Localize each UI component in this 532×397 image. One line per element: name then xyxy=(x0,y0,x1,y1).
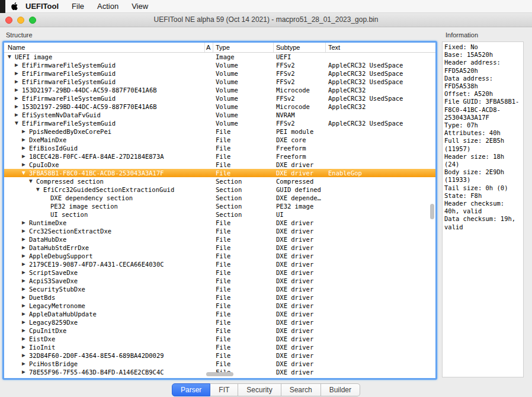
tree-row[interactable]: ▼UEFI imageImageUEFI xyxy=(4,53,435,61)
tree-row[interactable]: ▶DxeMainDxeFileDXE core xyxy=(4,136,435,144)
disclosure-triangle-icon[interactable]: ▶ xyxy=(22,277,29,285)
tree-row[interactable]: ▶18CEC42B-F0FC-4EFA-84AE-27D2184E873AFil… xyxy=(4,152,435,161)
tree-row[interactable]: ▶RuntimeDxeFileDXE driver xyxy=(4,219,435,227)
disclosure-triangle-icon[interactable]: ▶ xyxy=(15,86,22,94)
horizontal-scrollbar-thumb[interactable] xyxy=(206,372,233,376)
tree-row[interactable]: ▼EfiFirmwareFileSystemGuidVolumeFFSv2App… xyxy=(4,119,435,127)
disclosure-triangle-icon[interactable]: ▶ xyxy=(22,161,29,169)
column-header-type[interactable]: Type xyxy=(213,43,274,52)
disclosure-triangle-icon[interactable]: ▶ xyxy=(15,103,22,111)
tree-row[interactable]: ▶PciHostBridgeFileDXE driver xyxy=(4,360,435,368)
disclosure-triangle-icon[interactable]: ▶ xyxy=(22,244,29,252)
tree-row[interactable]: ▶153D2197-29BD-44DC-AC59-887F70E41A6BVol… xyxy=(4,103,435,111)
tab-security[interactable]: Security xyxy=(238,383,281,396)
disclosure-triangle-icon[interactable]: ▶ xyxy=(22,326,29,335)
disclosure-triangle-icon[interactable]: ▼ xyxy=(29,177,36,185)
menu-item-view[interactable]: View xyxy=(132,2,148,11)
disclosure-triangle-icon[interactable]: ▶ xyxy=(15,78,22,86)
tree-row[interactable]: ▶32D84F60-2D0F-4364-8E54-689BA42D0029Fil… xyxy=(4,351,435,360)
tree-row[interactable]: ▶LegacyMetronomeFileDXE driver xyxy=(4,302,435,310)
disclosure-triangle-icon[interactable]: ▶ xyxy=(22,235,29,244)
disclosure-triangle-icon[interactable]: ▶ xyxy=(22,351,29,360)
tree-row[interactable]: PE32 image sectionSectionPE32 image xyxy=(4,202,435,210)
tree-row[interactable]: ▶SecurityStubDxeFileDXE driver xyxy=(4,285,435,293)
tree-row[interactable]: ▶DataHubDxeFileDXE driver xyxy=(4,235,435,244)
disclosure-triangle-icon[interactable]: ▶ xyxy=(22,302,29,310)
column-header-subtype[interactable]: Subtype xyxy=(274,43,326,52)
tree-row[interactable]: ▶EistDxeFileDXE driver xyxy=(4,335,435,343)
disclosure-triangle-icon[interactable]: ▶ xyxy=(22,227,29,235)
disclosure-triangle-icon[interactable]: ▶ xyxy=(22,144,29,152)
apple-menu-icon[interactable] xyxy=(11,2,18,11)
tab-builder[interactable]: Builder xyxy=(321,383,360,396)
vertical-scrollbar-thumb[interactable] xyxy=(430,204,434,219)
tree-row[interactable]: ▶153D2197-29BD-44DC-AC59-887F70E41A6BVol… xyxy=(4,86,435,94)
tree-row[interactable]: UI sectionSectionUI xyxy=(4,210,435,219)
tab-parser[interactable]: Parser xyxy=(172,383,210,396)
disclosure-triangle-icon[interactable]: ▶ xyxy=(15,69,22,78)
tree-row[interactable]: ▶IioInitFileDXE driver xyxy=(4,343,435,351)
tree-row[interactable]: ▶EfiFirmwareFileSystemGuidVolumeFFSv2App… xyxy=(4,78,435,86)
disclosure-triangle-icon[interactable]: ▶ xyxy=(22,318,29,326)
tree-row[interactable]: ▶Legacy8259DxeFileDXE driver xyxy=(4,318,435,326)
disclosure-triangle-icon[interactable]: ▶ xyxy=(22,127,29,136)
menu-item-action[interactable]: Action xyxy=(97,2,118,11)
tree-row[interactable]: ▶DataHubStdErrDxeFileDXE driver xyxy=(4,244,435,252)
row-type: Volume xyxy=(213,94,274,103)
tree-row[interactable]: ▶EfiFirmwareFileSystemGuidVolumeFFSv2App… xyxy=(4,61,435,69)
tree-row[interactable]: ▶EfiSystemNvDataFvGuidVolumeNVRAM xyxy=(4,111,435,119)
minimize-button[interactable] xyxy=(17,17,24,24)
tree-row[interactable]: ▼Compressed sectionSectionCompressed xyxy=(4,177,435,185)
tree-row[interactable]: ▶DuetBdsFileDXE driver xyxy=(4,293,435,302)
tree-row[interactable]: ▶EfiBiosIdGuidFileFreeform xyxy=(4,144,435,152)
indent xyxy=(4,90,15,91)
disclosure-triangle-icon[interactable]: ▼ xyxy=(15,119,22,127)
disclosure-triangle-icon[interactable]: ▶ xyxy=(15,61,22,69)
column-header-a[interactable]: A xyxy=(205,43,213,52)
tab-fit[interactable]: FIT xyxy=(210,383,238,396)
row-action xyxy=(205,127,213,136)
window-titlebar[interactable]: UEFITool NE alpha 59 (Oct 14 2021) - mac… xyxy=(0,13,532,27)
tree-row[interactable]: ▶EfiFirmwareFileSystemGuidVolumeFFSv2App… xyxy=(4,94,435,103)
disclosure-triangle-icon[interactable]: ▶ xyxy=(22,268,29,277)
disclosure-triangle-icon[interactable]: ▶ xyxy=(15,111,22,119)
tree-row[interactable]: ▶Crc32SectionExtractDxeFileDXE driver xyxy=(4,227,435,235)
disclosure-triangle-icon[interactable]: ▶ xyxy=(22,368,29,376)
menu-item-file[interactable]: File xyxy=(72,2,84,11)
disclosure-triangle-icon[interactable]: ▶ xyxy=(22,293,29,302)
tab-search[interactable]: Search xyxy=(281,383,321,396)
row-action xyxy=(205,335,213,343)
tree-row[interactable]: ▶2179CE19-9087-4FD7-A431-CECA66E4030CFil… xyxy=(4,260,435,268)
zoom-button[interactable] xyxy=(29,17,36,24)
disclosure-triangle-icon[interactable]: ▶ xyxy=(22,152,29,161)
tree-row[interactable]: ▶AppleDebugSupportFileDXE driver xyxy=(4,252,435,260)
disclosure-triangle-icon[interactable]: ▶ xyxy=(22,285,29,293)
tree-row[interactable]: ▶AppleDataHubUpdateFileDXE driver xyxy=(4,310,435,318)
tree-row[interactable]: ▼EfiCrc32GuidedSectionExtractionGuidSect… xyxy=(4,185,435,194)
disclosure-triangle-icon[interactable]: ▼ xyxy=(8,53,15,61)
disclosure-triangle-icon[interactable]: ▼ xyxy=(36,185,43,194)
disclosure-triangle-icon[interactable]: ▶ xyxy=(22,335,29,343)
disclosure-triangle-icon[interactable]: ▶ xyxy=(22,310,29,318)
disclosure-triangle-icon[interactable]: ▶ xyxy=(22,260,29,268)
disclosure-triangle-icon[interactable]: ▶ xyxy=(22,219,29,227)
menu-item-app[interactable]: UEFITool xyxy=(25,2,59,11)
tree-row[interactable]: ▶ScriptSaveDxeFileDXE driver xyxy=(4,268,435,277)
disclosure-triangle-icon[interactable]: ▶ xyxy=(22,360,29,368)
tree-row[interactable]: ▶CpuIoDxeFileDXE driver xyxy=(4,161,435,169)
row-subtype: DXE driver xyxy=(274,335,326,343)
disclosure-triangle-icon[interactable]: ▶ xyxy=(22,252,29,260)
tree-row[interactable]: ▶PpisNeededByDxeCorePeiFilePEI module xyxy=(4,127,435,136)
disclosure-triangle-icon[interactable]: ▶ xyxy=(22,343,29,351)
tree-row[interactable]: ▶CpuInitDxeFileDXE driver xyxy=(4,326,435,335)
disclosure-triangle-icon[interactable]: ▼ xyxy=(22,169,29,177)
disclosure-triangle-icon[interactable]: ▶ xyxy=(22,136,29,144)
tree-row[interactable]: ▼3FBA58B1-F8C0-41BC-ACD8-253043A3A17FFil… xyxy=(4,169,435,177)
column-header-text[interactable]: Text xyxy=(326,43,435,52)
close-button[interactable] xyxy=(5,17,12,24)
tree-row[interactable]: ▶AcpiS3SaveDxeFileDXE driver xyxy=(4,277,435,285)
column-header-name[interactable]: Name xyxy=(4,43,205,52)
tree-row[interactable]: ▶EfiFirmwareFileSystemGuidVolumeFFSv2App… xyxy=(4,69,435,78)
tree-row[interactable]: DXE dependency sectionSectionDXE depende… xyxy=(4,194,435,202)
disclosure-triangle-icon[interactable]: ▶ xyxy=(15,94,22,103)
